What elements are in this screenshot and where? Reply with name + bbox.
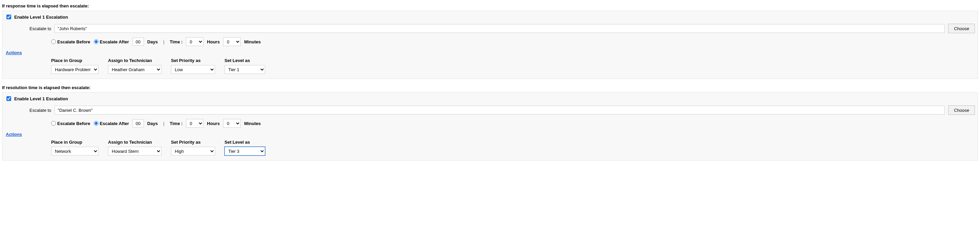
hours-label: Hours (207, 121, 220, 126)
resolution-panel: Enable Level 1 Escalation Escalate to Ch… (2, 92, 978, 161)
hours-label: Hours (207, 39, 220, 45)
minutes-label: Minutes (244, 39, 261, 45)
response-priority-select[interactable]: Low (171, 65, 215, 74)
response-section-title: If response time is elapsed then escalat… (2, 3, 978, 8)
escalate-after-label: Escalate After (100, 121, 129, 126)
resolution-actions-link[interactable]: Actions (6, 132, 22, 137)
set-level-label: Set Level as (224, 140, 265, 145)
set-priority-label: Set Priority as (171, 140, 215, 145)
days-label: Days (147, 39, 158, 45)
resolution-minutes-select[interactable]: 0 (223, 119, 241, 128)
resolution-escalate-before-radio[interactable] (51, 121, 56, 126)
escalate-to-label: Escalate to (29, 26, 51, 31)
response-escalate-after-radio[interactable] (94, 39, 99, 44)
response-group-select[interactable]: Hardware Problems (51, 65, 99, 74)
resolution-days-input[interactable] (132, 119, 144, 128)
response-actions-link[interactable]: Actions (6, 50, 22, 55)
resolution-escalate-after-radio[interactable] (94, 121, 99, 126)
resolution-section-title: If resolution time is elapsed then escal… (2, 85, 978, 90)
resolution-enable-label: Enable Level 1 Escalation (14, 96, 68, 101)
separator: | (161, 121, 166, 126)
response-minutes-select[interactable]: 0 (223, 37, 241, 46)
time-label: Time : (170, 121, 183, 126)
response-tech-select[interactable]: Heather Graham (108, 65, 162, 74)
resolution-level-select[interactable]: Tier 3 (224, 147, 265, 155)
response-days-input[interactable] (132, 38, 144, 46)
place-in-group-label: Place in Group (51, 140, 99, 145)
resolution-escalate-to-input[interactable] (54, 106, 945, 115)
response-hours-select[interactable]: 0 (186, 37, 204, 46)
resolution-enable-checkbox[interactable] (6, 96, 11, 101)
resolution-priority-select[interactable]: High (171, 147, 215, 155)
resolution-tech-select[interactable]: Howard Stern (108, 147, 162, 155)
set-level-label: Set Level as (224, 58, 265, 63)
time-label: Time : (170, 39, 183, 45)
response-escalate-to-input[interactable] (54, 24, 945, 33)
set-priority-label: Set Priority as (171, 58, 215, 63)
resolution-group-select[interactable]: Network (51, 147, 99, 155)
assign-to-tech-label: Assign to Technician (108, 140, 162, 145)
response-enable-checkbox[interactable] (6, 14, 11, 19)
separator: | (161, 39, 166, 45)
response-escalate-before-radio[interactable] (51, 39, 56, 44)
escalate-after-label: Escalate After (100, 39, 129, 45)
response-level-select[interactable]: Tier 1 (224, 65, 265, 74)
days-label: Days (147, 121, 158, 126)
response-choose-button[interactable]: Choose (948, 24, 975, 33)
assign-to-tech-label: Assign to Technician (108, 58, 162, 63)
response-enable-label: Enable Level 1 Escalation (14, 14, 68, 20)
escalate-before-label: Escalate Before (57, 39, 91, 45)
resolution-choose-button[interactable]: Choose (948, 105, 975, 115)
place-in-group-label: Place in Group (51, 58, 99, 63)
response-panel: Enable Level 1 Escalation Escalate to Ch… (2, 11, 978, 79)
escalate-to-label: Escalate to (29, 108, 51, 113)
escalate-before-label: Escalate Before (57, 121, 91, 126)
resolution-hours-select[interactable]: 0 (186, 119, 204, 128)
minutes-label: Minutes (244, 121, 261, 126)
